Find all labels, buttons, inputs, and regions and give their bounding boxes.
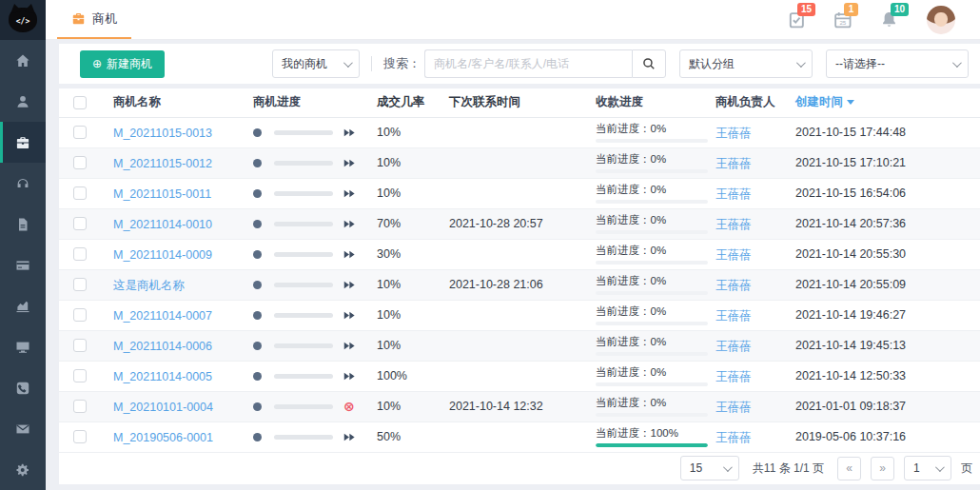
next-contact-time: 2021-10-28 20:57 (449, 217, 596, 230)
row-checkbox[interactable] (73, 308, 87, 322)
search-button[interactable] (632, 49, 666, 78)
gear-icon (15, 462, 30, 478)
fast-forward-icon (343, 281, 355, 289)
scope-select[interactable]: 我的商机 (272, 49, 360, 78)
sidebar-item-briefcase[interactable] (0, 122, 46, 163)
top-bar: 商机 1525110 (46, 0, 980, 40)
briefcase-icon (71, 11, 86, 26)
fast-forward-icon (343, 189, 355, 198)
tab-opportunities[interactable]: 商机 (57, 0, 131, 39)
owner-link[interactable]: 王蓓蓓 (715, 218, 752, 231)
deal-probability: 10% (377, 186, 449, 200)
stage-progress-cell (253, 342, 377, 350)
owner-link[interactable]: 王蓓蓓 (715, 370, 752, 383)
sort-column-label: 创建时间 (795, 94, 843, 110)
table-row: M_20211014-001070%2021-10-28 20:57当前进度：0… (59, 209, 980, 240)
opportunity-name-link[interactable]: M_20211015-0012 (113, 157, 212, 170)
app-logo[interactable]: </> (0, 0, 46, 40)
row-checkbox[interactable] (73, 156, 87, 169)
owner-link[interactable]: 王蓓蓓 (715, 340, 752, 353)
row-checkbox[interactable] (73, 430, 87, 443)
phone-icon (15, 381, 30, 396)
row-checkbox[interactable] (73, 400, 87, 413)
stage-progress-cell: ⊗ (253, 400, 377, 413)
owner-link[interactable]: 王蓓蓓 (715, 248, 752, 262)
stage-progress-track (274, 374, 333, 379)
row-checkbox[interactable] (73, 126, 87, 139)
deal-probability: 10% (377, 308, 449, 322)
select-all-checkbox[interactable] (73, 96, 87, 109)
bell-notification[interactable]: 10 (880, 10, 898, 29)
opportunity-name-link[interactable]: M_20211015-0013 (113, 127, 212, 140)
row-checkbox[interactable] (73, 247, 87, 261)
next-page-button[interactable]: » (871, 457, 894, 480)
fast-forward-icon (343, 342, 355, 350)
fast-forward-icon (343, 433, 355, 441)
tasks-notification[interactable]: 15 (787, 10, 805, 29)
payment-progress-label: 当前进度：0% (596, 335, 715, 349)
sidebar-item-card[interactable] (0, 245, 46, 285)
prev-page-button[interactable]: « (837, 457, 861, 480)
row-checkbox[interactable] (73, 278, 87, 291)
sidebar-item-gear[interactable] (0, 449, 46, 490)
stage-progress-cell (253, 372, 377, 381)
page-size-select[interactable]: 15 (680, 456, 739, 480)
sidebar-item-phone[interactable] (0, 367, 46, 408)
stage-progress-track (274, 404, 333, 409)
owner-cell: 王蓓蓓 (715, 245, 795, 264)
new-opportunity-button[interactable]: ⊕ 新建商机 (80, 50, 165, 78)
owner-cell: 王蓓蓓 (715, 337, 795, 355)
row-checkbox-cell (59, 217, 101, 230)
group-select[interactable]: 默认分组 (679, 49, 813, 78)
row-checkbox[interactable] (73, 369, 87, 382)
opportunity-table: 商机名称商机进度成交几率下次联系时间收款进度商机负责人创建时间 M_202110… (59, 88, 980, 484)
owner-link[interactable]: 王蓓蓓 (715, 431, 752, 444)
sidebar-item-headset[interactable] (0, 163, 46, 204)
row-checkbox[interactable] (73, 186, 87, 200)
payment-progress-fill (596, 443, 708, 447)
opportunity-name-link[interactable]: M_20211014-0009 (113, 248, 212, 262)
toolbar: ⊕ 新建商机 我的商机 搜索： 默认分组 --请选择-- (59, 44, 980, 84)
search-input[interactable] (424, 49, 632, 78)
opportunity-name-link[interactable]: M_20211015-0011 (113, 187, 211, 201)
calendar-notification[interactable]: 251 (833, 10, 852, 29)
sidebar-item-home[interactable] (0, 40, 46, 81)
cat-logo-icon: </> (9, 8, 37, 32)
opportunity-name-link[interactable]: M_20211014-0005 (113, 370, 212, 383)
sidebar-item-chart[interactable] (0, 285, 46, 326)
page-number-select[interactable]: 1 (904, 456, 951, 480)
chevron-down-icon (343, 58, 353, 68)
sidebar-item-mail[interactable] (0, 408, 46, 449)
opportunity-name-link[interactable]: M_20211014-0010 (113, 218, 212, 231)
payment-progress-track (596, 291, 708, 295)
owner-link[interactable]: 王蓓蓓 (715, 127, 752, 140)
opportunity-name-link[interactable]: 这是商机名称 (113, 279, 185, 292)
owner-link[interactable]: 王蓓蓓 (715, 157, 752, 170)
stage-progress-track (274, 435, 333, 440)
payment-progress-label: 当前进度：100% (596, 426, 715, 441)
stage-progress-track (274, 222, 333, 226)
opportunity-name-link[interactable]: M_20190506-0001 (113, 431, 213, 444)
payment-progress-label: 当前进度：0% (596, 213, 715, 227)
sidebar-item-user[interactable] (0, 81, 46, 122)
payment-progress-cell: 当前进度：0% (596, 304, 715, 325)
sidebar-item-document[interactable] (0, 204, 46, 245)
filter-select[interactable]: --请选择-- (826, 49, 969, 78)
sidebar-item-monitor[interactable] (0, 326, 46, 367)
table-row: M_20211015-001210%当前进度：0%王蓓蓓2021-10-15 1… (59, 148, 980, 179)
opportunity-name-link[interactable]: M_20211014-0007 (113, 309, 212, 323)
column-header-6[interactable]: 创建时间 (795, 94, 980, 110)
owner-cell: 王蓓蓓 (715, 428, 795, 446)
owner-link[interactable]: 王蓓蓓 (715, 309, 752, 323)
owner-link[interactable]: 王蓓蓓 (715, 279, 752, 292)
owner-link[interactable]: 王蓓蓓 (715, 401, 752, 414)
column-header-1: 商机进度 (253, 94, 377, 110)
payment-progress-cell: 当前进度：100% (596, 426, 715, 447)
owner-link[interactable]: 王蓓蓓 (715, 187, 752, 201)
row-checkbox[interactable] (73, 217, 87, 230)
row-checkbox[interactable] (73, 339, 87, 352)
user-avatar[interactable] (927, 6, 955, 34)
stage-progress-track (274, 161, 333, 166)
opportunity-name-link[interactable]: M_20211014-0006 (113, 340, 212, 353)
opportunity-name-link[interactable]: M_20210101-0004 (113, 401, 213, 414)
